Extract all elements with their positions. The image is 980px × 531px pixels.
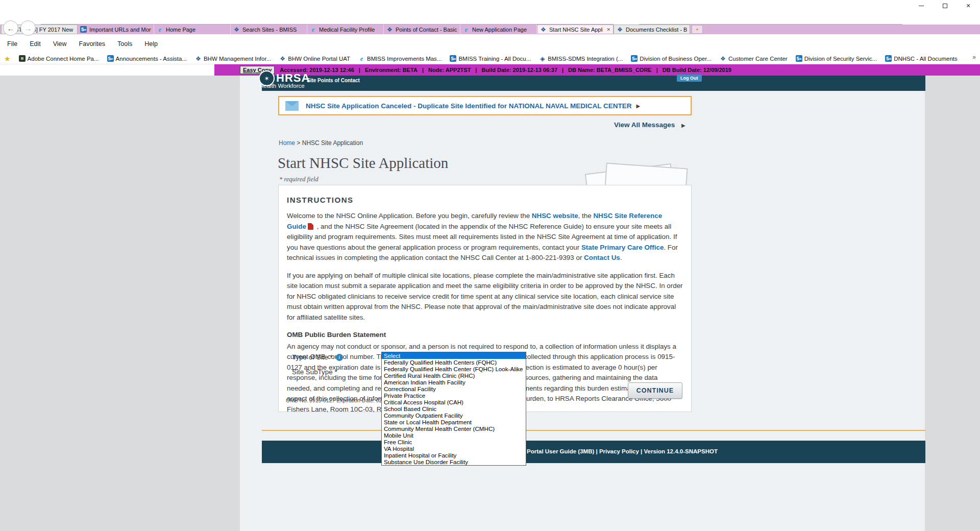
bookmark-9[interactable]: Customer Care Center xyxy=(720,55,788,62)
bookmark-label: BHW Management Infor... xyxy=(204,56,271,62)
view-all-messages-link[interactable]: View All Messages ▶ xyxy=(614,121,685,129)
instructions-paragraph-1: Welcome to the NHSC Online Application. … xyxy=(287,211,683,263)
footer-links-text[interactable]: Portal User Guide (3MB) | Privacy Policy… xyxy=(527,448,718,454)
ie-icon xyxy=(157,26,163,33)
nhsc-website-link[interactable]: NHSC website xyxy=(532,212,578,220)
back-button[interactable]: ← xyxy=(3,20,18,36)
tab-label: Search Sites - BMISS xyxy=(242,27,304,33)
bookmark-label: Division of Security Servic... xyxy=(804,56,877,62)
env-separator: | xyxy=(475,67,477,73)
site-type-option-10[interactable]: Community Outpatient Facility xyxy=(382,412,526,419)
new-tab-button[interactable]: ✦ xyxy=(692,25,703,34)
bookmark-10[interactable]: Division of Security Servic... xyxy=(796,55,877,62)
bookmark-label: BHW Online Portal UAT xyxy=(288,56,350,62)
title-bar: ✕ xyxy=(0,0,980,11)
view-all-arrow-icon: ▶ xyxy=(681,123,685,128)
required-field-note: * required field xyxy=(279,176,318,183)
browser-tab-2[interactable]: Important URLs and Monitorin... xyxy=(78,25,154,34)
site-type-option-15[interactable]: VA Hospital xyxy=(382,445,526,452)
site-type-option-7[interactable]: Private Practice xyxy=(382,392,526,399)
site-type-option-2[interactable]: Federally Qualified Health Centers (FQHC… xyxy=(382,359,526,366)
bookmark-label: Announcements - Assista... xyxy=(116,56,187,62)
site-type-option-4[interactable]: Certified Rural Health Clinic (RHC) xyxy=(382,372,526,379)
bookmark-label: BMISS Training - All Docu... xyxy=(458,56,531,62)
message-banner-text: NHSC Site Application Canceled - Duplica… xyxy=(306,102,632,110)
env-separator: | xyxy=(656,67,658,73)
browser-tab-6[interactable]: Points of Contact - Basic Infor... xyxy=(384,25,460,34)
site-type-option-11[interactable]: State or Local Health Department xyxy=(382,419,526,425)
state-primary-care-office-link[interactable]: State Primary Care Office xyxy=(581,244,664,251)
minimize-button[interactable] xyxy=(910,0,933,11)
env-separator: | xyxy=(422,67,424,73)
browser-tab-4[interactable]: Search Sites - BMISS xyxy=(231,25,307,34)
bookmark-7[interactable]: BMISS-SDMS Integration (... xyxy=(539,55,623,62)
bookmarks-overflow-icon[interactable]: » xyxy=(972,54,976,61)
menu-favorites[interactable]: Favorites xyxy=(79,40,105,47)
browser-tab-5[interactable]: Medical Facility Profile xyxy=(307,25,384,34)
continue-button[interactable]: CONTINUE xyxy=(628,382,682,399)
env-item: Environment: BETA xyxy=(365,67,418,73)
tab-label: Important URLs and Monitorin... xyxy=(89,27,151,33)
bookmark-8[interactable]: Division of Business Oper... xyxy=(631,55,712,62)
env-item: DB Build Date: 12/09/2019 xyxy=(663,67,731,73)
menu-edit[interactable]: Edit xyxy=(30,40,41,47)
bookmark-4[interactable]: BHW Online Portal UAT xyxy=(279,55,350,62)
info-icon[interactable]: i xyxy=(336,354,343,361)
menu-view[interactable]: View xyxy=(53,40,67,47)
favorites-bar-star-icon[interactable]: ★ xyxy=(4,55,11,63)
type-of-site-label: Type of Site * i xyxy=(292,353,343,361)
back-icon: ← xyxy=(7,24,15,33)
bookmark-1[interactable]: Adobe Connect Home Pa... xyxy=(19,55,99,62)
instructions-heading: INSTRUCTIONS xyxy=(287,196,683,204)
type-of-site-dropdown[interactable]: SelectFederally Qualified Health Centers… xyxy=(381,352,526,466)
tabs-list: [BT-1728] FY 2017 New Two-Ye...Important… xyxy=(1,25,690,34)
sharepoint-icon xyxy=(885,55,892,62)
contact-us-link[interactable]: Contact Us xyxy=(584,254,620,261)
site-type-option-9[interactable]: School Based Clinic xyxy=(382,405,526,412)
bookmark-5[interactable]: BMISS Improvements Mas... xyxy=(358,55,442,62)
compass-icon xyxy=(617,26,623,33)
bookmark-2[interactable]: Announcements - Assista... xyxy=(107,55,187,62)
site-type-option-6[interactable]: Correctional Facility xyxy=(382,385,526,392)
site-type-option-12[interactable]: Community Mental Health Center (CMHC) xyxy=(382,425,526,432)
site-type-option-17[interactable]: Substance Use Disorder Facility xyxy=(382,458,526,465)
sharepoint-icon xyxy=(80,26,87,33)
close-button[interactable]: ✕ xyxy=(957,0,980,11)
bookmark-3[interactable]: BHW Management Infor... xyxy=(195,55,271,62)
menu-bar: FileEditViewFavoritesToolsHelp xyxy=(0,34,980,53)
site-type-option-8[interactable]: Critical Access Hospital (CAH) xyxy=(382,399,526,405)
site-type-option-13[interactable]: Mobile Unit xyxy=(382,432,526,439)
sdms-icon xyxy=(539,55,546,62)
site-type-option-5[interactable]: American Indian Health Facility xyxy=(382,379,526,385)
browser-tab-9[interactable]: Documents Checklist - BMISS xyxy=(614,25,690,34)
menu-help[interactable]: Help xyxy=(144,40,158,47)
site-type-option-3[interactable]: Federally Qualified Health Center (FQHC)… xyxy=(382,366,526,372)
site-type-option-16[interactable]: Inpatient Hospital or Facility xyxy=(382,452,526,458)
sharepoint-icon xyxy=(796,55,802,62)
browser-tab-7[interactable]: New Application Page xyxy=(460,25,537,34)
message-banner[interactable]: NHSC Site Application Canceled - Duplica… xyxy=(278,96,692,115)
page-title: Start NHSC Site Application xyxy=(278,155,448,172)
site-type-option-1[interactable]: Select xyxy=(382,352,526,359)
breadcrumb-home-link[interactable]: Home xyxy=(279,139,295,147)
bookmark-label: DNHSC - All Documents xyxy=(894,56,958,62)
bookmark-label: Division of Business Oper... xyxy=(640,56,712,62)
browser-tab-8[interactable]: Start NHSC Site Application...✕ xyxy=(537,25,614,34)
breadcrumb-current: NHSC Site Application xyxy=(302,139,363,147)
environment-info: Accessed: 2019-12-13 12:46|Environment: … xyxy=(280,67,731,73)
maximize-button[interactable] xyxy=(933,0,957,11)
close-tab-icon[interactable]: ✕ xyxy=(605,27,610,32)
tab-label: Documents Checklist - BMISS xyxy=(626,27,687,33)
logout-button[interactable]: Log Out xyxy=(677,75,702,82)
forward-button[interactable]: → xyxy=(20,20,36,36)
bookmark-6[interactable]: BMISS Training - All Docu... xyxy=(450,55,531,62)
bookmark-11[interactable]: DNHSC - All Documents xyxy=(885,55,958,62)
menu-file[interactable]: File xyxy=(7,40,17,47)
forward-icon: → xyxy=(24,24,32,33)
nav-site-points-of-contact[interactable]: Site Points of Contact xyxy=(307,78,360,83)
bookmark-label: Customer Care Center xyxy=(728,56,788,62)
menu-tools[interactable]: Tools xyxy=(117,40,132,47)
browser-tab-3[interactable]: Home Page xyxy=(154,25,231,34)
compass-icon xyxy=(233,26,240,33)
site-type-option-14[interactable]: Free Clinic xyxy=(382,439,526,445)
